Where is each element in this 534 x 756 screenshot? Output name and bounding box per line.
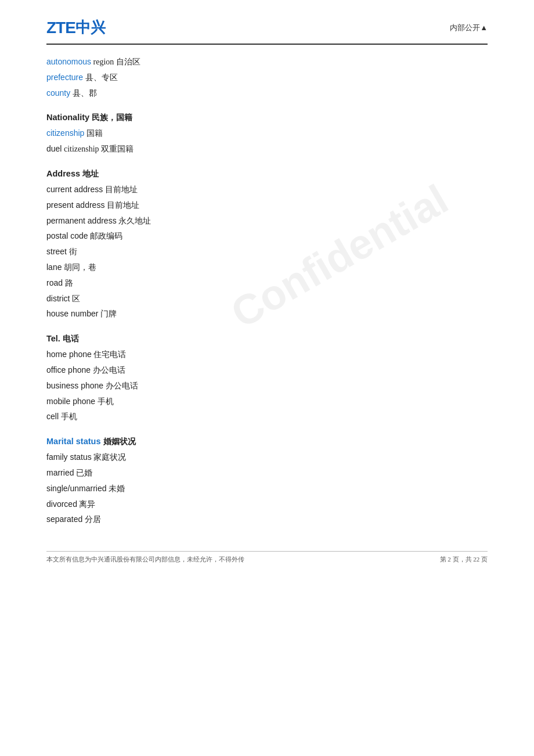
entry-married: married 已婚 [46, 466, 488, 480]
title-nationality: Nationality 民族，国籍 [46, 113, 488, 123]
title-nationality-zh: 民族，国籍 [92, 113, 132, 122]
footer-page-number: 第 2 页，共 22 页 [440, 555, 488, 564]
text-road: 路 [65, 279, 73, 287]
entry-current-address: current address 目前地址 [46, 183, 488, 197]
section-nationality: Nationality 民族，国籍 citizenship 国籍 duel ci… [46, 113, 488, 156]
entry-county: county 县、郡 [46, 87, 488, 100]
title-address-zh: 地址 [82, 170, 99, 178]
term-business-phone: business phone [46, 381, 103, 390]
term-road: road [46, 278, 63, 287]
term-office-phone: office phone [46, 365, 91, 375]
classification-label: 内部公开▲ [450, 23, 488, 33]
entry-mobile-phone: mobile phone 手机 [46, 395, 488, 409]
term-lane: lane [46, 262, 62, 272]
main-content: autonomous region 自治区 prefecture 县、专区 co… [46, 55, 488, 527]
term-autonomous: autonomous [46, 57, 91, 66]
entry-postal-code: postal code 邮政编码 [46, 229, 488, 243]
text-county: 县、郡 [73, 89, 97, 98]
term-prefecture: prefecture [46, 73, 83, 82]
text-street: 街 [69, 247, 77, 256]
term-separated: separated [46, 514, 82, 524]
term-street: street [46, 247, 67, 256]
text-single-unmarried: 未婚 [109, 484, 125, 493]
entry-cell: cell 手机 [46, 410, 488, 424]
text-house-number: 门牌 [100, 309, 117, 318]
entry-road: road 路 [46, 276, 488, 290]
entry-prefecture: prefecture 县、专区 [46, 71, 488, 85]
term-married: married [46, 468, 74, 477]
text-cell: 手机 [61, 412, 77, 421]
entry-home-phone: home phone 住宅电话 [46, 348, 488, 362]
term-duel: duel [46, 144, 62, 153]
title-tel-en: Tel. [46, 334, 60, 343]
term-current-address: current address [46, 185, 103, 194]
title-marital-status: Marital status 婚姻状况 [46, 437, 488, 447]
text-duel-citizenship: citizenship 双重国籍 [64, 145, 134, 153]
title-marital-zh: 婚姻状况 [103, 437, 136, 446]
entry-permanent-address: permanent address 永久地址 [46, 214, 488, 228]
entry-street: street 街 [46, 245, 488, 259]
text-prefecture: 县、专区 [85, 73, 118, 82]
text-postal-code: 邮政编码 [90, 232, 122, 240]
entry-divorced: divorced 离异 [46, 498, 488, 512]
text-family-status: 家庭状况 [93, 453, 126, 462]
section-tel: Tel. 电话 home phone 住宅电话 office phone 办公电… [46, 334, 488, 424]
section-address: Address 地址 current address 目前地址 present … [46, 169, 488, 321]
term-citizenship: citizenship [46, 128, 84, 138]
title-address-en: Address [46, 169, 80, 178]
text-married: 已婚 [76, 469, 92, 477]
logo-zh: 中兴 [75, 17, 106, 38]
entry-lane: lane 胡同，巷 [46, 261, 488, 275]
entry-house-number: house number 门牌 [46, 307, 488, 321]
entry-single-unmarried: single/unmarried 未婚 [46, 482, 488, 496]
term-cell: cell [46, 412, 59, 421]
term-permanent-address: permanent address [46, 216, 117, 225]
title-tel-zh: 电话 [63, 334, 79, 343]
entry-office-phone: office phone 办公电话 [46, 363, 488, 377]
title-marital-en: Marital status [46, 437, 100, 446]
term-single-unmarried: single/unmarried [46, 484, 107, 493]
term-district: district [46, 294, 70, 303]
term-present-address: present address [46, 200, 104, 210]
logo: ZTE 中兴 [46, 17, 106, 38]
title-address: Address 地址 [46, 169, 488, 179]
text-separated: 分居 [85, 515, 101, 524]
entry-separated: separated 分居 [46, 513, 488, 527]
entry-business-phone: business phone 办公电话 [46, 379, 488, 393]
term-mobile-phone: mobile phone [46, 397, 95, 406]
entry-district: district 区 [46, 292, 488, 306]
text-home-phone: 住宅电话 [93, 350, 126, 359]
logo-zte: ZTE [46, 19, 75, 37]
entry-duel-citizenship: duel citizenship 双重国籍 [46, 142, 488, 156]
text-mobile-phone: 手机 [98, 397, 114, 406]
text-district: 区 [72, 294, 80, 303]
text-lane: 胡同，巷 [64, 263, 96, 272]
term-house-number: house number [46, 309, 99, 318]
term-divorced: divorced [46, 499, 77, 509]
text-divorced: 离异 [79, 500, 95, 509]
section-marital-status: Marital status 婚姻状况 family status 家庭状况 m… [46, 437, 488, 527]
text-permanent-address: 永久地址 [118, 217, 151, 225]
entry-family-status: family status 家庭状况 [46, 451, 488, 465]
page-header: ZTE 中兴 内部公开▲ [46, 17, 488, 45]
footer-left-text: 本文所有信息为中兴通讯股份有限公司内部信息，未经允许，不得外传 [46, 555, 244, 564]
text-autonomous: region 自治区 [93, 57, 140, 66]
title-tel: Tel. 电话 [46, 334, 488, 344]
title-nationality-en: Nationality [46, 113, 89, 122]
term-postal-code: postal code [46, 231, 88, 240]
page-footer: 本文所有信息为中兴通讯股份有限公司内部信息，未经允许，不得外传 第 2 页，共 … [46, 551, 488, 564]
text-business-phone: 办公电话 [106, 381, 138, 390]
section-region-terms: autonomous region 自治区 prefecture 县、专区 co… [46, 55, 488, 100]
text-present-address: 目前地址 [107, 201, 139, 210]
entry-present-address: present address 目前地址 [46, 199, 488, 213]
text-citizenship: 国籍 [86, 129, 103, 138]
term-family-status: family status [46, 452, 92, 462]
entry-autonomous: autonomous region 自治区 [46, 55, 488, 69]
term-home-phone: home phone [46, 350, 92, 359]
text-office-phone: 办公电话 [93, 366, 125, 375]
term-county: county [46, 88, 70, 98]
entry-citizenship: citizenship 国籍 [46, 127, 488, 141]
text-current-address: 目前地址 [105, 185, 138, 194]
